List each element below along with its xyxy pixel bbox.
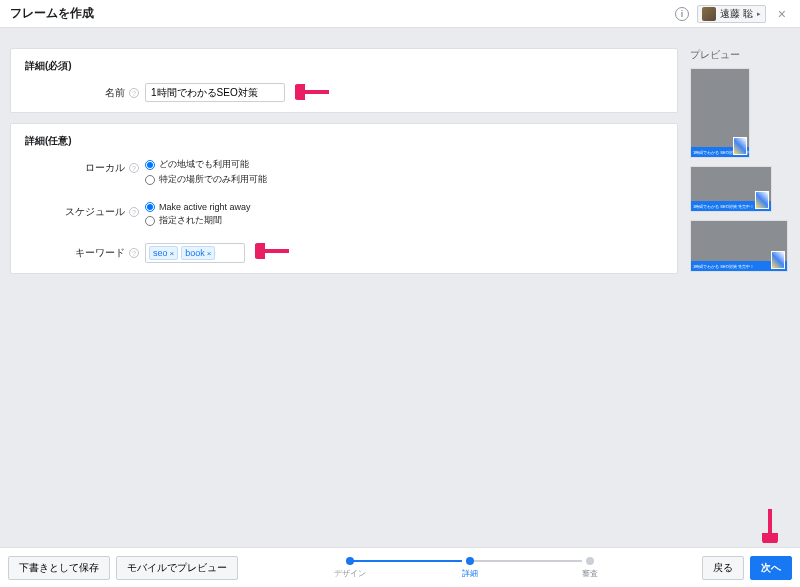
local-radio-anywhere[interactable]: どの地域でも利用可能: [145, 158, 663, 171]
header-right: i 遠藤 聡 ▸ ×: [675, 5, 790, 23]
user-chip[interactable]: 遠藤 聡 ▸: [697, 5, 766, 23]
help-icon[interactable]: ?: [129, 88, 139, 98]
annotation-arrow-icon: [295, 84, 331, 100]
field-schedule-row: スケジュール ? Make active right away 指定された期間: [25, 202, 663, 229]
annotation-arrow-icon: [762, 507, 778, 543]
close-icon[interactable]: ×: [774, 6, 790, 22]
field-local-row: ローカル ? どの地域でも利用可能 特定の場所でのみ利用可能: [25, 158, 663, 188]
keyword-control: seo× book×: [145, 243, 663, 263]
footer-right: 戻る 次へ: [702, 556, 792, 580]
main-content: 詳細(必須) 名前 ? 詳細(任意) ローカル ?: [0, 28, 800, 284]
local-label: ローカル ?: [25, 158, 145, 175]
preview-column: プレビュー 1時間でわかる SEO対策 発売中！ 1時間でわかる SEO対策 発…: [690, 48, 790, 284]
footer-left: 下書きとして保存 モバイルでプレビュー: [8, 556, 238, 580]
schedule-label: スケジュール ?: [25, 202, 145, 219]
page-title: フレームを作成: [10, 5, 94, 22]
user-name: 遠藤 聡: [720, 7, 753, 21]
optional-panel-title: 詳細(任意): [25, 134, 663, 148]
preview-thumb-portrait[interactable]: 1時間でわかる SEO対策 発売中！: [690, 68, 750, 158]
schedule-radios: Make active right away 指定された期間: [145, 202, 663, 229]
stepper: デザイン 詳細 審査: [238, 557, 702, 579]
optional-panel: 詳細(任意) ローカル ? どの地域でも利用可能 特定の場所でのみ利用可能 スケ…: [10, 123, 678, 274]
field-name-row: 名前 ?: [25, 83, 663, 102]
name-label: 名前 ?: [25, 83, 145, 100]
info-icon[interactable]: i: [675, 7, 689, 21]
form-column: 詳細(必須) 名前 ? 詳細(任意) ローカル ?: [10, 48, 678, 284]
field-keyword-row: キーワード ? seo× book×: [25, 243, 663, 263]
step-dot-icon: [586, 557, 594, 565]
preview-title: プレビュー: [690, 48, 790, 62]
required-panel: 詳細(必須) 名前 ?: [10, 48, 678, 113]
keyword-label: キーワード ?: [25, 243, 145, 260]
name-control: [145, 83, 663, 102]
preview-banner-image: [771, 251, 785, 269]
required-panel-title: 詳細(必須): [25, 59, 663, 73]
step-review[interactable]: 審査: [530, 557, 650, 579]
help-icon[interactable]: ?: [129, 163, 139, 173]
step-design[interactable]: デザイン: [290, 557, 410, 579]
back-button[interactable]: 戻る: [702, 556, 744, 580]
schedule-radio-period[interactable]: 指定された期間: [145, 214, 663, 227]
preview-banner-image: [733, 137, 747, 155]
keyword-tag[interactable]: seo×: [149, 246, 178, 260]
help-icon[interactable]: ?: [129, 248, 139, 258]
tag-remove-icon[interactable]: ×: [170, 249, 175, 258]
step-dot-icon: [346, 557, 354, 565]
help-icon[interactable]: ?: [129, 207, 139, 217]
next-button[interactable]: 次へ: [750, 556, 792, 580]
header: フレームを作成 i 遠藤 聡 ▸ ×: [0, 0, 800, 28]
step-dot-icon: [466, 557, 474, 565]
keyword-input[interactable]: seo× book×: [145, 243, 245, 263]
name-input[interactable]: [145, 83, 285, 102]
step-details[interactable]: 詳細: [410, 557, 530, 579]
local-radios: どの地域でも利用可能 特定の場所でのみ利用可能: [145, 158, 663, 188]
local-radio-specific[interactable]: 特定の場所でのみ利用可能: [145, 173, 663, 186]
preview-thumb-landscape[interactable]: 1時間でわかる SEO対策 発売中！: [690, 166, 772, 212]
save-draft-button[interactable]: 下書きとして保存: [8, 556, 110, 580]
footer: 下書きとして保存 モバイルでプレビュー デザイン 詳細 審査 戻る 次へ: [0, 547, 800, 587]
chevron-down-icon: ▸: [757, 10, 761, 18]
avatar: [702, 7, 716, 21]
annotation-arrow-icon: [255, 243, 291, 259]
keyword-tag[interactable]: book×: [181, 246, 215, 260]
step-line: デザイン 詳細 審査: [290, 557, 650, 579]
tag-remove-icon[interactable]: ×: [207, 249, 212, 258]
schedule-radio-now[interactable]: Make active right away: [145, 202, 663, 212]
preview-banner-image: [755, 191, 769, 209]
mobile-preview-button[interactable]: モバイルでプレビュー: [116, 556, 238, 580]
preview-thumb-wide[interactable]: 1時間でわかる SEO対策 発売中！: [690, 220, 788, 272]
